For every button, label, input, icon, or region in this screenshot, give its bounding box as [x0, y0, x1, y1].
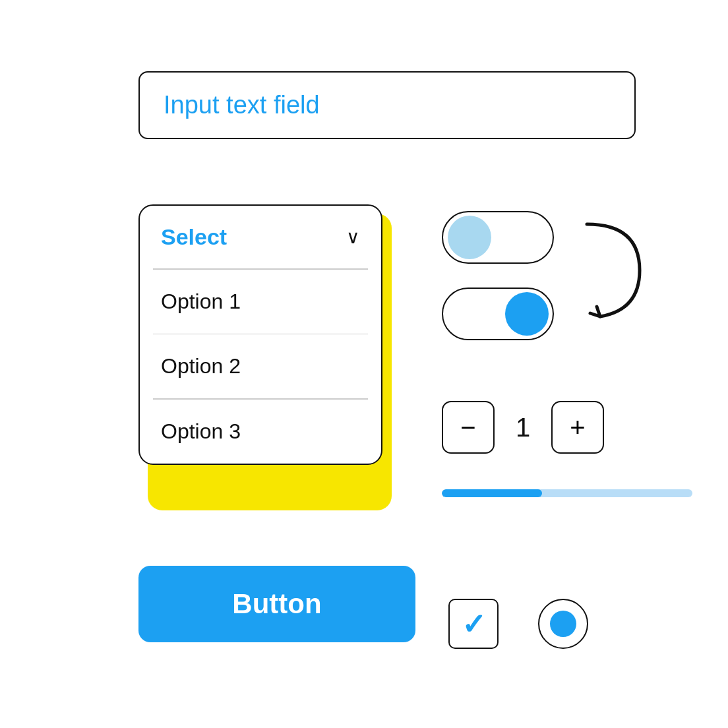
toggle-row-2: [442, 288, 554, 340]
toggle-off[interactable]: [442, 211, 554, 264]
radio-inner-dot: [550, 611, 576, 637]
toggles-section: [442, 211, 554, 364]
toggle-row-1: [442, 211, 554, 264]
main-button[interactable]: Button ☞: [138, 566, 415, 642]
progress-fill: [442, 489, 542, 497]
main-button-label: Button: [232, 588, 321, 620]
increment-button[interactable]: +: [551, 401, 604, 454]
stepper-section: − 1 +: [442, 401, 604, 454]
radio-button[interactable]: [538, 599, 588, 649]
text-input[interactable]: [138, 71, 636, 139]
dropdown-section: Select ∨ Option 1 Option 2 Option 3: [138, 204, 382, 465]
dropdown-header[interactable]: Select ∨: [140, 206, 381, 268]
progress-section: [442, 489, 692, 497]
dropdown-option-3[interactable]: Option 3: [140, 400, 381, 464]
toggle-knob-off: [448, 216, 491, 259]
dropdown-option-2[interactable]: Option 2: [140, 334, 381, 398]
button-section: Button ☞: [138, 566, 415, 642]
progress-track: [442, 489, 692, 497]
cursor-hand-icon: ☞: [270, 639, 303, 682]
toggle-on[interactable]: [442, 288, 554, 340]
checkbox[interactable]: ✓: [448, 599, 499, 649]
dropdown-option-1[interactable]: Option 1: [140, 270, 381, 334]
dropdown-label: Select: [161, 224, 227, 250]
toggle-knob-on: [505, 292, 549, 336]
chevron-down-icon: ∨: [346, 226, 360, 248]
stepper-value: 1: [513, 413, 533, 442]
input-section: [138, 71, 636, 139]
checkbox-radio-section: ✓: [448, 599, 588, 649]
arrow-annotation: [574, 218, 653, 323]
decrement-button[interactable]: −: [442, 401, 495, 454]
dropdown-box: Select ∨ Option 1 Option 2 Option 3: [138, 204, 382, 465]
checkbox-check-icon: ✓: [462, 607, 486, 641]
arrow-icon: [574, 218, 653, 323]
